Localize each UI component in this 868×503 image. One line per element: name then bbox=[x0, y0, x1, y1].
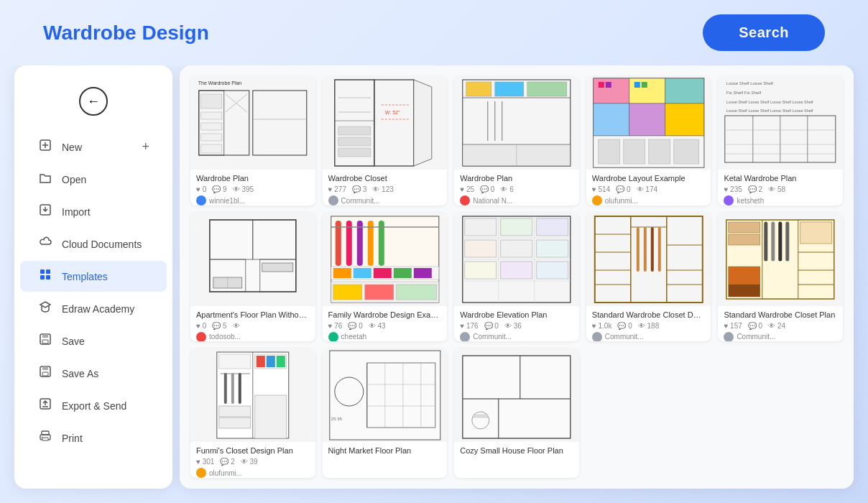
page-title: Wardrobe Design bbox=[43, 22, 209, 45]
svg-rect-6 bbox=[40, 275, 45, 280]
sidebar-item-templates[interactable]: Templates bbox=[20, 261, 167, 292]
card-comments: 💬 5 bbox=[212, 322, 226, 330]
card-views: 👁 58 bbox=[768, 185, 785, 193]
svg-rect-115 bbox=[465, 240, 497, 257]
sidebar-item-import-label: Import bbox=[62, 206, 91, 218]
author-avatar bbox=[592, 195, 602, 206]
author-name: olufunmi... bbox=[209, 469, 242, 477]
template-card-family-wardrobe[interactable]: Family Wardrobe Design Example ♥ 76 💬 0 … bbox=[323, 213, 448, 342]
card-views: 👁 395 bbox=[233, 185, 254, 193]
svg-rect-46 bbox=[466, 82, 491, 96]
sidebar-item-saveas[interactable]: Save As bbox=[20, 358, 167, 389]
templates-grid: The Wardrobe Plan Wardrobe Plan ♥ 0 💬 9 … bbox=[180, 65, 854, 489]
sidebar-new-plus-icon: + bbox=[142, 139, 149, 154]
card-info: Apartment's Floor Plan Without Walls War… bbox=[190, 306, 315, 342]
svg-rect-69 bbox=[642, 82, 647, 88]
card-title: Funmi's Closet Design Plan bbox=[196, 446, 310, 455]
svg-text:Loose Shelf  Loose Shelf: Loose Shelf Loose Shelf bbox=[726, 81, 773, 86]
card-info: Wardrobe Closet ♥ 277 💬 3 👁 123 Communit… bbox=[323, 170, 448, 206]
sidebar-item-cloud[interactable]: Cloud Documents bbox=[20, 229, 167, 259]
sidebar-item-save-label: Save bbox=[62, 336, 85, 347]
svg-rect-156 bbox=[267, 356, 275, 367]
new-icon bbox=[37, 139, 53, 155]
svg-rect-59 bbox=[629, 103, 665, 136]
card-image-wardrobe-elevation bbox=[454, 213, 579, 306]
card-info: Funmi's Closet Design Plan ♥ 301 💬 2 👁 3… bbox=[190, 442, 315, 478]
svg-rect-99 bbox=[373, 268, 391, 278]
card-info: Wardrobe Layout Example ♥ 514 💬 0 👁 174 … bbox=[586, 170, 711, 206]
svg-text:Loose Shelf Loose Shelf Loose : Loose Shelf Loose Shelf Loose Shelf Loos… bbox=[726, 100, 813, 104]
svg-rect-162 bbox=[219, 406, 251, 417]
svg-rect-100 bbox=[393, 268, 411, 278]
card-image-wardrobe-closet: W: 52" bbox=[323, 76, 448, 170]
template-card-wardrobe-layout[interactable]: Wardrobe Layout Example ♥ 514 💬 0 👁 174 … bbox=[586, 76, 711, 206]
svg-rect-66 bbox=[599, 82, 604, 88]
card-image-ketal-wardrobe: Loose Shelf Loose Shelf Fix Shelf Fix Sh… bbox=[718, 76, 843, 170]
template-card-wardrobe-plan-1[interactable]: The Wardrobe Plan Wardrobe Plan ♥ 0 💬 9 … bbox=[190, 76, 315, 206]
card-title: Wardrobe Layout Example bbox=[592, 174, 706, 183]
card-info: Family Wardrobe Design Example ♥ 76 💬 0 … bbox=[323, 306, 448, 342]
template-card-ketal-wardrobe[interactable]: Loose Shelf Loose Shelf Fix Shelf Fix Sh… bbox=[718, 76, 843, 206]
back-button[interactable]: ← bbox=[79, 87, 108, 116]
card-comments: 💬 0 bbox=[617, 322, 632, 330]
author-avatar bbox=[724, 195, 734, 206]
template-card-cozy-small-house[interactable]: Cozy Small House Floor Plan bbox=[454, 349, 579, 478]
card-likes: ♥ 0 bbox=[196, 185, 206, 193]
svg-rect-147 bbox=[800, 222, 832, 244]
svg-rect-12 bbox=[42, 366, 48, 370]
svg-rect-141 bbox=[729, 267, 760, 285]
sidebar-item-import[interactable]: Import bbox=[20, 196, 167, 227]
template-card-wardrobe-elevation[interactable]: Wardrobe Elevation Plan ♥ 176 💬 0 👁 36 C… bbox=[454, 213, 579, 342]
svg-rect-139 bbox=[729, 222, 760, 233]
card-views: 👁 39 bbox=[241, 458, 258, 466]
template-card-standard-wardrobe-1[interactable]: Standard Wardrobe Closet Design ♥ 1.0k 💬… bbox=[586, 213, 711, 342]
header: Wardrobe Design Search bbox=[0, 0, 868, 65]
template-card-apartment-floor[interactable]: Apartment's Floor Plan Without Walls War… bbox=[190, 213, 315, 342]
svg-rect-65 bbox=[674, 139, 699, 164]
back-button-container: ← bbox=[14, 80, 172, 130]
sidebar-item-open[interactable]: Open bbox=[20, 164, 167, 195]
svg-rect-157 bbox=[277, 356, 285, 367]
search-button[interactable]: Search bbox=[703, 14, 825, 51]
svg-rect-25 bbox=[201, 123, 222, 130]
card-image-family-wardrobe bbox=[323, 213, 448, 306]
svg-rect-26 bbox=[201, 134, 222, 141]
author-name: Communit... bbox=[473, 333, 512, 341]
import-icon bbox=[37, 203, 53, 220]
svg-text:Loose Shelf Loose Shelf Loose : Loose Shelf Loose Shelf Loose Shelf Loos… bbox=[726, 109, 813, 113]
svg-text:The Wardrobe Plan: The Wardrobe Plan bbox=[198, 80, 242, 86]
author-avatar bbox=[592, 332, 602, 342]
template-card-standard-wardrobe-2[interactable]: Standard Wardrobe Closet Plan ♥ 157 💬 0 … bbox=[718, 213, 843, 342]
card-likes: ♥ 76 bbox=[328, 322, 343, 330]
svg-rect-118 bbox=[465, 262, 497, 279]
card-comments: 💬 2 bbox=[220, 458, 234, 466]
template-card-funmi-closet[interactable]: Funmi's Closet Design Plan ♥ 301 💬 2 👁 3… bbox=[190, 349, 315, 478]
sidebar-item-save[interactable]: Save bbox=[20, 326, 167, 356]
svg-rect-47 bbox=[495, 82, 524, 96]
template-card-night-market[interactable]: 25 35 Night Market Floor Plan bbox=[323, 349, 448, 478]
template-card-wardrobe-plan-2[interactable]: Wardrobe Plan ♥ 25 💬 0 👁 6 National N... bbox=[454, 76, 579, 206]
card-image-funmi-closet bbox=[190, 349, 315, 442]
template-card-wardrobe-closet[interactable]: W: 52" Wardrobe Closet ♥ 277 💬 3 👁 123 C… bbox=[323, 76, 448, 206]
main-content: ← New + Open Import Cloud Document bbox=[0, 65, 868, 503]
author-name: ketsheth bbox=[737, 197, 764, 205]
sidebar-item-new[interactable]: New + bbox=[20, 131, 167, 162]
svg-rect-113 bbox=[501, 218, 532, 236]
card-likes: ♥ 1.0k bbox=[592, 322, 612, 330]
card-comments: 💬 0 bbox=[480, 185, 494, 193]
author-name: winnie1bl... bbox=[209, 197, 245, 205]
card-title: Wardrobe Elevation Plan bbox=[460, 310, 573, 319]
author-avatar bbox=[328, 332, 338, 342]
card-likes: ♥ 235 bbox=[724, 185, 742, 193]
svg-rect-48 bbox=[527, 82, 567, 96]
author-name: Communit... bbox=[341, 197, 380, 205]
sidebar-item-print[interactable]: Print bbox=[20, 423, 167, 453]
svg-rect-120 bbox=[537, 262, 568, 279]
sidebar-item-academy[interactable]: Edraw Academy bbox=[20, 293, 167, 324]
card-title: Ketal Wardrobe Plan bbox=[724, 174, 837, 183]
sidebar-item-export[interactable]: Export & Send bbox=[20, 390, 167, 421]
card-image-cozy-small-house bbox=[454, 349, 579, 442]
card-views: 👁 174 bbox=[637, 185, 657, 193]
svg-rect-23 bbox=[201, 94, 222, 109]
svg-rect-38 bbox=[338, 126, 370, 135]
